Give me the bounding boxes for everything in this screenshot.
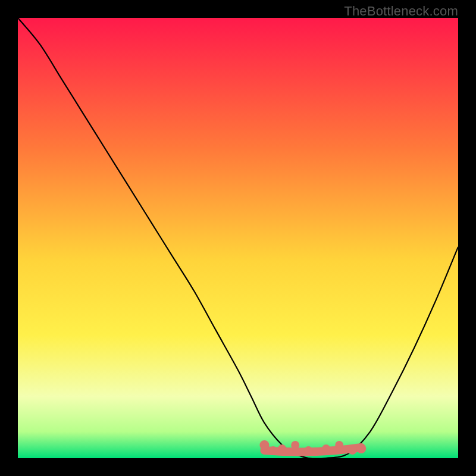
marker-dot bbox=[269, 446, 277, 455]
bottleneck-curve bbox=[18, 18, 458, 458]
plot-area bbox=[18, 18, 458, 458]
marker-dot bbox=[348, 446, 356, 455]
optimal-band-markers bbox=[259, 440, 366, 455]
marker-dot bbox=[322, 444, 330, 453]
chart-svg bbox=[18, 18, 458, 458]
chart-frame: TheBottleneck.com bbox=[0, 0, 476, 476]
marker-dot bbox=[291, 441, 299, 449]
marker-dot bbox=[304, 446, 312, 455]
watermark-label: TheBottleneck.com bbox=[344, 4, 458, 19]
marker-dot bbox=[259, 440, 269, 450]
marker-dot bbox=[335, 441, 343, 449]
marker-dot bbox=[278, 444, 286, 453]
marker-dot bbox=[356, 444, 366, 453]
